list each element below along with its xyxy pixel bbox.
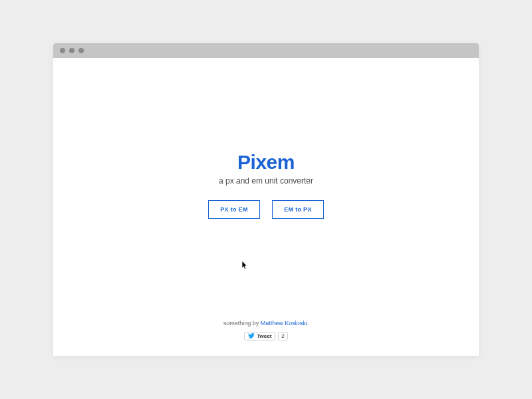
button-row: PX to EM EM to PX xyxy=(208,200,324,219)
em-to-px-button[interactable]: EM to PX xyxy=(272,200,324,219)
page-content: Pixem a px and em unit converter PX to E… xyxy=(53,58,479,356)
tweet-button[interactable]: Tweet xyxy=(244,332,275,340)
author-link[interactable]: Matthew Kosloski xyxy=(261,320,307,327)
tweet-widget: Tweet 2 xyxy=(244,332,288,340)
window-maximize-dot[interactable] xyxy=(78,48,84,53)
cursor-icon xyxy=(241,261,248,270)
browser-window: Pixem a px and em unit converter PX to E… xyxy=(53,43,479,356)
twitter-icon xyxy=(248,333,255,338)
byline: something by Matthew Kosloski. xyxy=(53,320,479,327)
page-subtitle: a px and em unit converter xyxy=(208,176,324,186)
tweet-label: Tweet xyxy=(257,333,271,339)
byline-suffix: . xyxy=(307,320,309,327)
page-title: Pixem xyxy=(208,151,324,174)
px-to-em-button[interactable]: PX to EM xyxy=(208,200,260,219)
footer: something by Matthew Kosloski. Tweet 2 xyxy=(53,320,479,342)
tweet-count: 2 xyxy=(278,332,287,340)
byline-prefix: something by xyxy=(223,320,261,327)
window-minimize-dot[interactable] xyxy=(69,48,74,53)
window-titlebar xyxy=(53,43,479,58)
window-close-dot[interactable] xyxy=(60,48,65,53)
hero: Pixem a px and em unit converter PX to E… xyxy=(208,151,324,219)
